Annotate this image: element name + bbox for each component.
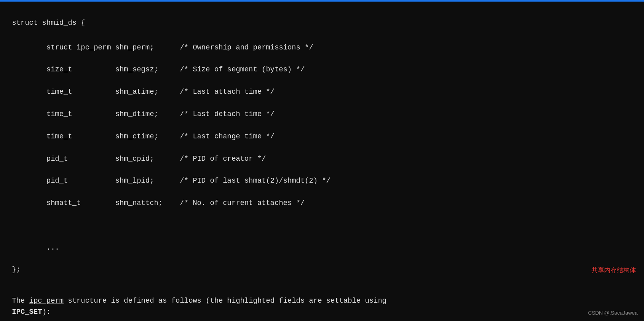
code-line-5: time_t shm_ctime; /* Last change time */ — [12, 132, 275, 140]
code-line-3: time_t shm_atime; /* Last attach time */ — [12, 88, 275, 96]
code-lines-1-11: struct ipc_perm shm_perm; /* Ownership a… — [12, 31, 632, 287]
top-bar — [0, 0, 644, 2]
prose-rest-1: structure is defined as follows (the hig… — [64, 297, 387, 305]
code-line-4: time_t shm_dtime; /* Last detach time */ — [12, 110, 275, 118]
code-line-10: ... — [12, 244, 59, 252]
ipc-set-label: IPC_SET — [12, 308, 42, 316]
code-line-8: shmatt_t shm_nattch; /* No. of current a… — [12, 199, 305, 207]
prose-paragraph: The ipc_perm structure is defined as fol… — [12, 295, 632, 318]
code-line-2: size_t shm_segsz; /* Size of segment (by… — [12, 65, 305, 73]
prose-rest-2: ): — [42, 308, 51, 316]
code-line-11: }; — [12, 266, 21, 274]
annotation-zh: 共享内存结构体 — [591, 266, 636, 276]
code-line-0: struct shmid_ds { — [12, 19, 85, 27]
code-line-6: pid_t shm_cpid; /* PID of creator */ — [12, 155, 266, 163]
watermark: CSDN @.SacaJawea — [588, 309, 638, 317]
code-line-1: struct ipc_perm shm_perm; /* Ownership a… — [12, 43, 313, 51]
prose-the: The — [12, 297, 29, 305]
code-line-7: pid_t shm_lpid; /* PID of last shmat(2)/… — [12, 177, 330, 185]
ipc-perm-link[interactable]: ipc_perm — [29, 297, 63, 305]
struct-shmid-code: struct shmid_ds { — [12, 6, 632, 29]
